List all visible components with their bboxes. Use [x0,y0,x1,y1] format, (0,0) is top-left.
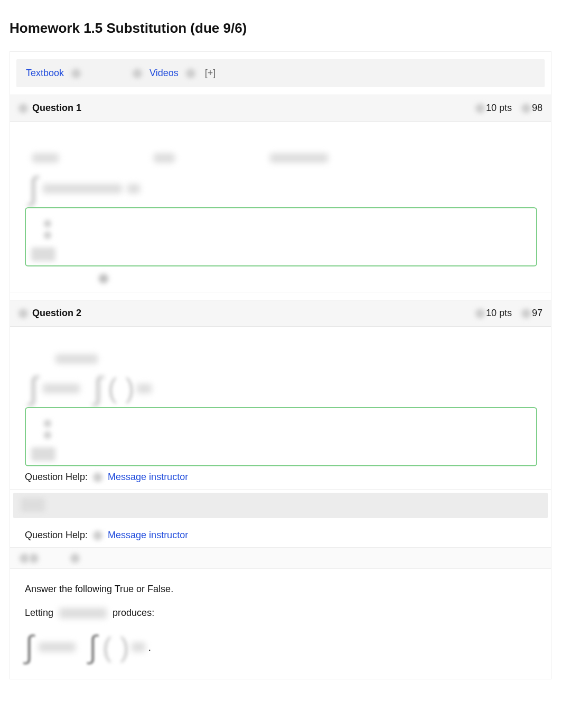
blur-math [59,608,107,619]
message-instructor-link[interactable]: Message instructor [108,530,188,541]
question-2-body: ∫ ∫ ( ) Question Help: Message instructo… [10,327,551,490]
expand-icon [186,69,195,78]
points-icon [475,309,485,318]
question-help-row-2: Question Help: Message instructor [25,530,540,541]
period: . [148,641,152,653]
content-region: Textbook Videos [+] Question 1 10 pts 98… [10,51,551,679]
blur-expression [55,354,98,364]
resources-bar: Textbook Videos [+] [16,59,545,87]
textbook-link[interactable]: Textbook [26,68,64,79]
question-3-header [10,548,551,569]
option-blur [44,220,51,227]
question-1-points: 10 pts [486,103,512,114]
question-1-title: Question 1 [32,103,81,114]
video-icon [133,69,142,78]
submit-blur [21,498,45,512]
status-icon [18,309,28,318]
answer-box-2[interactable] [25,407,537,466]
letting-line: Letting produces: [25,607,540,619]
answer-box-1[interactable] [25,207,537,266]
question-1-attempts: 98 [532,103,543,114]
help-label: Question Help: [25,530,88,541]
question-1-header: Question 1 10 pts 98 [10,95,551,122]
help-section: Question Help: Message instructor [10,521,551,548]
points-icon [29,554,39,563]
question-2-points: 10 pts [486,308,512,319]
blurred-row [32,153,540,163]
message-instructor-link[interactable]: Message instructor [108,472,188,483]
badge-blur [31,447,55,461]
option-blur [44,420,51,427]
expand-toggle[interactable]: [+] [205,68,216,79]
points-icon [475,104,485,113]
control-blur [99,274,108,283]
option-blur [44,431,51,439]
attempts-icon [521,104,531,113]
question-2-header: Question 2 10 pts 97 [10,300,551,327]
question-3-body: Answer the following True or False. Lett… [10,569,551,679]
question-2-attempts: 97 [532,308,543,319]
message-icon [93,531,102,540]
page-title: Homework 1.5 Substitution (due 9/6) [10,20,551,36]
question-1-body: ∫ [10,122,551,292]
status-icon [20,554,29,563]
integral-expression: ∫ [29,174,540,203]
question-help-row: Question Help: Message instructor [25,472,540,483]
tf-prompt: Answer the following True or False. [25,584,540,595]
integral-equation: ∫ ∫ ( ) [29,374,540,403]
videos-link[interactable]: Videos [149,68,179,79]
help-label: Question Help: [25,472,88,483]
question-2-title: Question 2 [32,308,81,319]
message-icon [93,473,102,482]
status-icon [18,104,28,113]
equation-line: ∫ ∫ ( ) . [25,631,540,663]
attempts-icon [70,554,80,563]
attempts-icon [521,309,531,318]
resource-icon [71,69,81,78]
action-bar [13,493,548,518]
badge-blur [31,247,55,261]
option-blur [44,232,51,239]
